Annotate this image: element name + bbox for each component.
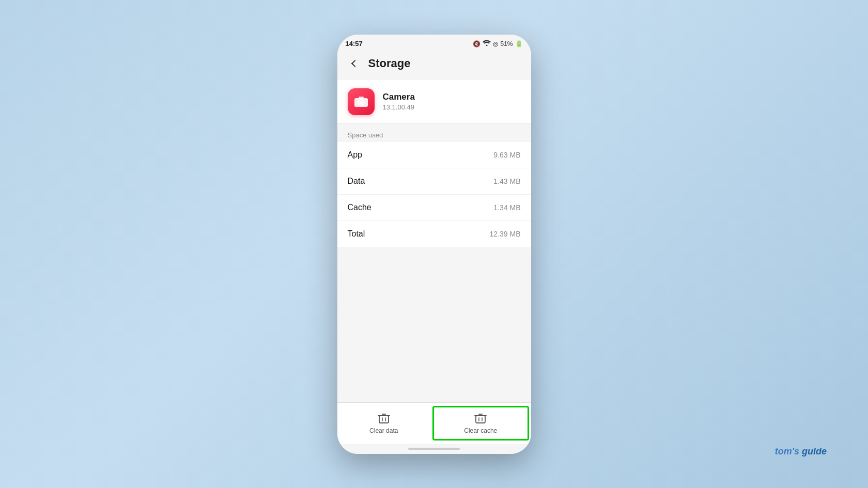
home-indicator-bar [408, 448, 460, 450]
location-icon: ◎ [493, 40, 498, 48]
svg-point-5 [365, 99, 366, 100]
mute-icon: 🔇 [473, 40, 481, 48]
battery-text: 51% [500, 40, 513, 48]
back-chevron-icon [351, 59, 358, 67]
clear-data-label: Clear data [369, 427, 398, 434]
space-used-section-label: Space used [337, 124, 531, 142]
status-bar: 14:57 🔇 ◎ 51% 🔋 [337, 35, 531, 51]
top-navigation-bar: Storage [337, 51, 531, 76]
status-time: 14:57 [346, 40, 363, 48]
back-button[interactable] [346, 55, 362, 72]
app-name: Camera [383, 92, 415, 102]
storage-label-app: App [348, 150, 362, 160]
app-details: Camera 13.1.00.49 [383, 92, 415, 111]
svg-point-0 [486, 45, 488, 46]
storage-value-data: 1.43 MB [493, 177, 520, 185]
wifi-icon [483, 40, 491, 48]
camera-icon-svg [354, 96, 368, 108]
home-indicator [337, 444, 531, 454]
clear-cache-icon [474, 412, 487, 425]
storage-label-cache: Cache [348, 203, 371, 212]
battery-icon: 🔋 [515, 40, 523, 48]
storage-label-data: Data [348, 177, 365, 186]
toms-guide-text-2: guide [802, 446, 827, 456]
storage-row-cache: Cache 1.34 MB [337, 195, 531, 221]
storage-row-app: App 9.63 MB [337, 142, 531, 168]
clear-cache-button[interactable]: Clear cache [432, 406, 529, 440]
app-icon [348, 88, 375, 115]
clear-data-button[interactable]: Clear data [337, 403, 431, 444]
storage-value-app: 9.63 MB [493, 151, 520, 159]
storage-row-total: Total 12.39 MB [337, 221, 531, 247]
clear-data-icon [377, 412, 391, 425]
svg-rect-6 [379, 416, 389, 423]
status-icons: 🔇 ◎ 51% 🔋 [473, 40, 522, 48]
app-version: 13.1.00.49 [383, 103, 415, 111]
storage-label-total: Total [348, 229, 365, 239]
storage-value-total: 12.39 MB [490, 230, 521, 238]
phone-frame: 14:57 🔇 ◎ 51% 🔋 Storage [337, 35, 531, 454]
toms-guide-text: tom's [775, 446, 799, 456]
spacer [337, 247, 531, 402]
svg-point-3 [360, 101, 363, 104]
storage-row-data: Data 1.43 MB [337, 168, 531, 195]
page-title: Storage [368, 57, 411, 70]
svg-rect-11 [476, 416, 485, 423]
storage-list: App 9.63 MB Data 1.43 MB Cache 1.34 MB T… [337, 142, 531, 247]
svg-rect-4 [359, 97, 364, 99]
clear-cache-label: Clear cache [464, 427, 497, 434]
app-info-card: Camera 13.1.00.49 [337, 80, 531, 123]
toms-guide-branding: tom's guide [775, 446, 827, 457]
storage-value-cache: 1.34 MB [493, 203, 520, 212]
bottom-action-bar: Clear data Clear cache [337, 402, 531, 444]
screen-content: Storage Camera 13.1.00.49 Space used [337, 51, 531, 454]
